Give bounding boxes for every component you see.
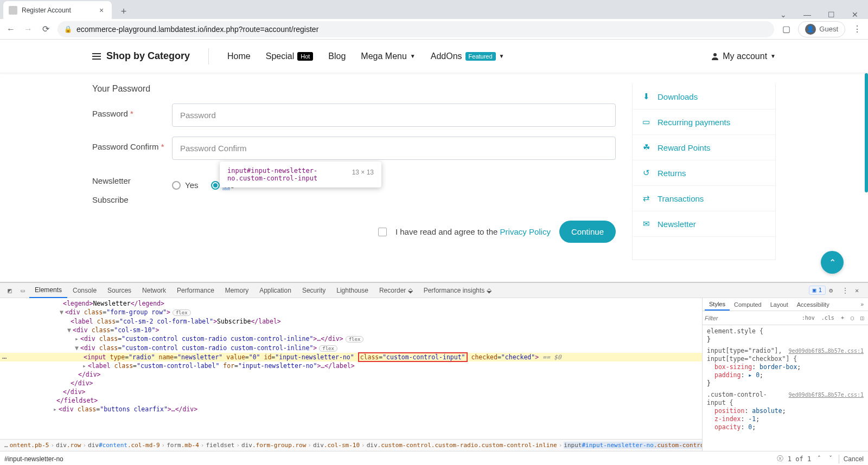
toggle-icon[interactable]: ◫ [858, 314, 866, 322]
continue-button[interactable]: Continue [559, 221, 616, 243]
caret-icon: ▼ [410, 53, 416, 59]
settings-icon[interactable]: ⚙ [829, 287, 839, 294]
reward-icon: ☘ [641, 143, 651, 152]
devtools-tab-console[interactable]: Console [67, 283, 102, 298]
card-icon: ▭ [641, 117, 651, 127]
tooltip-dimensions: 13 × 13 [352, 169, 374, 176]
devtools-tab-memory[interactable]: Memory [220, 283, 254, 298]
devtools-panel: ◩ ▭ Elements Console Sources Network Per… [0, 282, 868, 465]
return-icon: ↺ [641, 168, 651, 178]
favicon-icon [9, 6, 17, 15]
caret-icon: ▼ [770, 53, 776, 59]
close-devtools-icon[interactable]: ✕ [855, 287, 865, 294]
styles-tab-accessibility[interactable]: Accessibility [793, 299, 834, 310]
tooltip-selector: input#input-newsletter-no.custom-control… [227, 167, 317, 182]
new-tab-button[interactable]: + [116, 4, 131, 19]
styles-tab-computed[interactable]: Computed [730, 299, 766, 310]
sidebar-item-newsletter[interactable]: ✉Newsletter [633, 211, 775, 237]
devtools-tab-sources[interactable]: Sources [102, 283, 137, 298]
devtools-tab-performance[interactable]: Performance [171, 283, 220, 298]
highlighted-attr: class="custom-control-input" [358, 352, 468, 362]
password-input[interactable] [172, 104, 616, 127]
breadcrumb-bar[interactable]: … ontent.pb-5› div.row› div#content.col-… [0, 439, 702, 451]
reload-icon[interactable]: ⟳ [40, 24, 51, 34]
subscribe-yes-radio[interactable]: Yes [172, 180, 198, 190]
inspect-element-icon[interactable]: ◩ [3, 287, 16, 294]
scroll-top-button[interactable]: ⌃ [821, 251, 844, 274]
shop-by-category-button[interactable]: Shop by Category [92, 50, 190, 62]
sidebar-item-rewards[interactable]: ☘Reward Points [633, 135, 775, 160]
account-sidebar: ⬇Downloads ▭Recurring payments ☘Reward P… [632, 84, 776, 260]
inspect-tooltip: 13 × 13 input#input-newsletter-no.custom… [220, 162, 381, 188]
page-scrollbar[interactable] [860, 73, 868, 282]
password-confirm-input[interactable] [172, 137, 616, 160]
selected-element-line[interactable]: … <input type="radio" name="newsletter" … [0, 353, 702, 361]
nav-mega-menu[interactable]: Mega Menu▼ [361, 51, 415, 61]
agree-checkbox[interactable] [378, 228, 387, 236]
nav-my-account[interactable]: My account▼ [711, 51, 776, 61]
forward-icon[interactable]: → [23, 24, 34, 34]
devtools-tab-perf-insights[interactable]: Performance insights ⬙ [418, 283, 497, 298]
device-toggle-icon[interactable]: ▭ [16, 287, 29, 294]
radio-icon [211, 181, 220, 190]
hov-button[interactable]: :hov [800, 314, 817, 322]
sidebar-item-transactions[interactable]: ⇄Transactions [633, 186, 775, 211]
address-bar[interactable]: 🔒 ecommerce-playground.lambdatest.io/ind… [58, 21, 774, 37]
elements-tree[interactable]: <legend>Newsletter</legend> ▼<div class=… [0, 298, 702, 439]
styles-panel: Styles Computed Layout Accessibility » :… [702, 298, 868, 451]
device-icon[interactable]: ▢ [848, 314, 856, 322]
chevron-down-icon[interactable]: ⌄ [775, 10, 792, 19]
search-prev-icon[interactable]: ˆ [815, 455, 822, 463]
menu-icon[interactable]: ⋮ [852, 24, 863, 34]
devtools-tab-lighthouse[interactable]: Lighthouse [331, 283, 374, 298]
devtools-tab-application[interactable]: Application [254, 283, 297, 298]
devtools-tab-recorder[interactable]: Recorder ⬙ [374, 283, 418, 298]
search-cancel-button[interactable]: Cancel [844, 455, 864, 463]
sidebar-item-downloads[interactable]: ⬇Downloads [633, 84, 775, 109]
tab-close-icon[interactable]: × [97, 6, 106, 15]
lock-icon: 🔒 [64, 25, 72, 33]
styles-filter-input[interactable] [705, 315, 797, 321]
elements-panel: <legend>Newsletter</legend> ▼<div class=… [0, 298, 702, 451]
cls-button[interactable]: .cls [819, 314, 837, 322]
maximize-icon[interactable]: ☐ [822, 10, 840, 19]
transactions-icon: ⇄ [641, 193, 651, 203]
mail-icon: ✉ [641, 219, 651, 229]
devtools-tab-network[interactable]: Network [137, 283, 171, 298]
styles-content[interactable]: element.style { } 9ed09db6f85…8b57e.css:… [703, 325, 868, 451]
avatar-icon: 👤 [805, 24, 816, 35]
styles-tab-layout[interactable]: Layout [766, 299, 793, 310]
sidebar-item-recurring[interactable]: ▭Recurring payments [633, 109, 775, 135]
nav-special[interactable]: SpecialHot [266, 51, 314, 61]
nav-addons[interactable]: AddOnsFeatured▼ [431, 51, 505, 61]
sidebar-item-returns[interactable]: ↺Returns [633, 160, 775, 186]
clear-search-icon[interactable]: ⓧ [777, 454, 783, 463]
download-icon: ⬇ [641, 92, 651, 101]
password-confirm-label: Password Confirm * [92, 137, 172, 151]
browser-tab[interactable]: Register Account × [3, 1, 112, 19]
styles-more-icon[interactable]: » [858, 300, 866, 308]
devtools-search-bar: ⓧ 1 of 1 ˆ ˇ Cancel [0, 451, 868, 465]
section-heading: Your Password [92, 84, 616, 94]
styles-tab-styles[interactable]: Styles [705, 299, 730, 311]
hamburger-icon [92, 51, 101, 61]
privacy-link[interactable]: Privacy Policy [500, 227, 551, 236]
devtools-search-input[interactable] [4, 455, 773, 463]
nav-blog[interactable]: Blog [328, 51, 346, 61]
caret-icon: ▼ [499, 53, 505, 59]
search-next-icon[interactable]: ˇ [827, 455, 834, 463]
profile-chip[interactable]: 👤 Guest [798, 21, 845, 37]
hot-badge: Hot [297, 52, 313, 61]
issues-badge[interactable]: ▣ 1 [809, 286, 826, 295]
search-count: 1 of 1 [788, 455, 811, 463]
user-icon [711, 52, 719, 61]
devtools-tab-elements[interactable]: Elements [29, 283, 67, 298]
devtools-tab-security[interactable]: Security [297, 283, 331, 298]
panel-icon[interactable]: ▢ [781, 24, 792, 34]
back-icon[interactable]: ← [5, 24, 16, 34]
minimize-icon[interactable]: — [799, 10, 816, 19]
new-rule-icon[interactable]: + [839, 314, 846, 322]
close-window-icon[interactable]: ✕ [846, 10, 864, 19]
nav-home[interactable]: Home [227, 51, 251, 61]
more-icon[interactable]: ⋮ [842, 287, 852, 294]
